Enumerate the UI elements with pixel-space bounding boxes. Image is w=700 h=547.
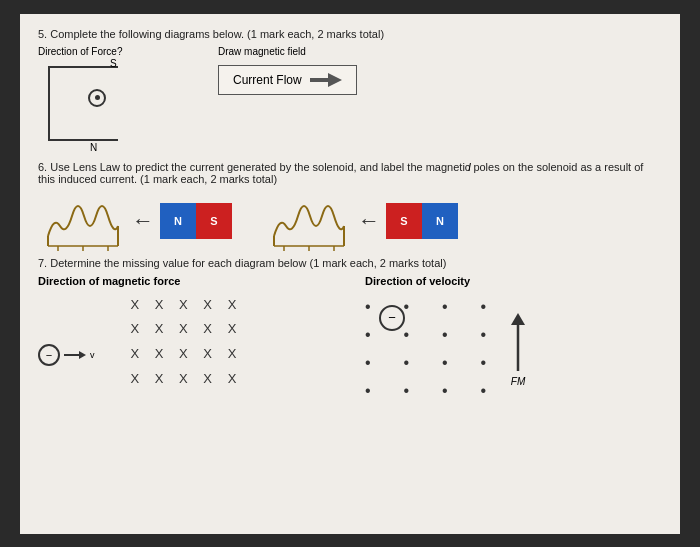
- x-row-3: X X X X X: [131, 344, 243, 365]
- current-flow-box: Current Flow: [218, 65, 357, 95]
- n-label: N: [90, 142, 97, 153]
- fm-label: FM: [511, 376, 525, 387]
- x-grid-container: X X X X X X X X X X X X X X X X X X X X: [101, 291, 243, 390]
- right-diagram-inner: Direction of velocity • • • • • • • • • …: [365, 275, 532, 403]
- x-row-4: X X X X X: [131, 369, 243, 390]
- q7-diagrams: Direction of magnetic force − v X X: [38, 275, 662, 403]
- center-circle: −: [379, 305, 405, 331]
- left-arrow-icon-2: ←: [358, 208, 380, 234]
- question6-text: 6. Use Lens Law to predict the current g…: [38, 161, 662, 185]
- up-arrow-icon: [504, 311, 532, 376]
- x-row-1: X X X X X: [131, 295, 243, 316]
- velocity-up-arrow: FM: [504, 311, 532, 387]
- negative-charge: −: [38, 344, 60, 366]
- direction-force-label: Direction of Force?: [38, 46, 198, 57]
- page: 5. Complete the following diagrams below…: [20, 14, 680, 534]
- l-bracket: [48, 66, 118, 141]
- magnet-s-label: S: [196, 203, 232, 239]
- direction-force-section: Direction of Force? S N: [38, 46, 198, 151]
- magnet-s-right-label: S: [386, 203, 422, 239]
- velocity-arrow-icon: [64, 348, 86, 362]
- velocity-row: − v: [38, 344, 95, 366]
- svg-rect-0: [310, 78, 330, 82]
- dots-and-arrow: • • • • • • • • • • • • • • • • −: [365, 291, 532, 403]
- coil-svg-right: [264, 191, 354, 251]
- current-flow-arrow-icon: [310, 71, 342, 89]
- dot-grid-container: • • • • • • • • • • • • • • • • −: [365, 291, 494, 403]
- x-row-2: X X X X X: [131, 319, 243, 340]
- current-flow-label: Current Flow: [233, 73, 302, 87]
- svg-marker-17: [511, 313, 525, 325]
- right-diagram: Direction of velocity • • • • • • • • • …: [365, 275, 662, 403]
- coil-svg-left: [38, 191, 128, 251]
- dot-row-3: • • • •: [365, 351, 494, 375]
- force-diagram: S N: [38, 61, 158, 151]
- i-label: I: [468, 161, 471, 173]
- magnet-n-label: N: [160, 203, 196, 239]
- svg-marker-15: [79, 351, 86, 359]
- solenoid-diagram-right: ← S N I: [264, 191, 471, 251]
- left-diagram-title: Direction of magnetic force: [38, 275, 335, 287]
- magnetic-field-section: Draw magnetic field Current Flow: [218, 46, 662, 95]
- v-label: v: [90, 350, 95, 360]
- left-diagram: Direction of magnetic force − v X X: [38, 275, 335, 390]
- wire-cross-section: [88, 89, 106, 107]
- magnet-left: N S: [160, 203, 232, 239]
- question5-text: 5. Complete the following diagrams below…: [38, 28, 662, 40]
- q5-area: Direction of Force? S N Draw magnetic fi…: [38, 46, 662, 151]
- q7-area: 7. Determine the missing value for each …: [38, 257, 662, 403]
- right-diagram-title: Direction of velocity: [365, 275, 532, 287]
- dot-row-4: • • • •: [365, 379, 494, 403]
- s-label: S: [110, 58, 117, 69]
- left-arrow-icon: ←: [132, 208, 154, 234]
- question7-text: 7. Determine the missing value for each …: [38, 257, 662, 269]
- draw-magnetic-label: Draw magnetic field: [218, 46, 662, 57]
- magnet-n-right-label: N: [422, 203, 458, 239]
- svg-marker-1: [328, 73, 342, 87]
- magnet-right: S N: [386, 203, 458, 239]
- x-grid-area: − v X X X X X X X X X X X X X X X X X X …: [38, 291, 335, 390]
- solenoid-diagram-left: ← N S: [38, 191, 234, 251]
- q6-diagrams: ← N S ← S N I: [38, 191, 662, 251]
